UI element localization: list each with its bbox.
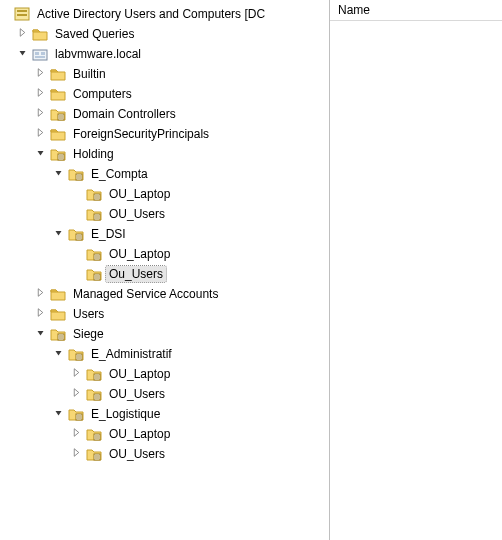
ou-icon	[68, 226, 84, 242]
tree-item-label[interactable]: OU_Users	[106, 386, 168, 402]
ou-icon	[86, 426, 102, 442]
chevron-right-icon[interactable]	[72, 368, 84, 380]
chevron-right-icon[interactable]	[36, 88, 48, 100]
tree-item-label[interactable]: E_Administratif	[88, 346, 175, 362]
ou-icon	[86, 206, 102, 222]
tree-item-label[interactable]: Ou_Users	[106, 266, 166, 282]
chevron-right-icon[interactable]	[72, 428, 84, 440]
ou-icon	[50, 326, 66, 342]
ad-root-icon	[14, 6, 30, 22]
folder-icon	[50, 306, 66, 322]
chevron-right-icon[interactable]	[36, 128, 48, 140]
tree-item-label[interactable]: E_DSI	[88, 226, 129, 242]
chevron-right-icon[interactable]	[36, 68, 48, 80]
chevron-right-icon[interactable]	[18, 28, 30, 40]
tree-pane[interactable]: Active Directory Users and Computers [DC…	[0, 0, 330, 540]
tree-item-label[interactable]: Builtin	[70, 66, 109, 82]
chevron-down-icon[interactable]	[54, 348, 66, 360]
ou-icon	[86, 386, 102, 402]
folder-icon	[50, 286, 66, 302]
ou-icon	[86, 366, 102, 382]
column-header-name[interactable]: Name	[330, 0, 502, 21]
tree-item-label[interactable]: Users	[70, 306, 107, 322]
chevron-down-icon[interactable]	[54, 168, 66, 180]
list-pane[interactable]: Name	[330, 0, 502, 540]
tree-item-label[interactable]: OU_Laptop	[106, 366, 173, 382]
domain-icon	[32, 46, 48, 62]
tree-item-label[interactable]: OU_Users	[106, 446, 168, 462]
tree-item-label[interactable]: Active Directory Users and Computers [DC	[34, 6, 268, 22]
folder-icon	[32, 26, 48, 42]
tree-item-label[interactable]: Holding	[70, 146, 117, 162]
folder-icon	[50, 126, 66, 142]
ou-icon	[86, 186, 102, 202]
chevron-down-icon[interactable]	[36, 328, 48, 340]
chevron-right-icon[interactable]	[36, 288, 48, 300]
ou-icon	[68, 166, 84, 182]
tree-root: Active Directory Users and Computers [DC…	[0, 4, 329, 464]
tree-item-label[interactable]: E_Compta	[88, 166, 151, 182]
ou-icon	[68, 346, 84, 362]
tree-item-label[interactable]: Managed Service Accounts	[70, 286, 221, 302]
tree-item-label[interactable]: OU_Users	[106, 206, 168, 222]
tree-item-label[interactable]: ForeignSecurityPrincipals	[70, 126, 212, 142]
ou-icon	[86, 446, 102, 462]
ou-icon	[86, 246, 102, 262]
chevron-down-icon[interactable]	[36, 148, 48, 160]
tree-item-label[interactable]: Siege	[70, 326, 107, 342]
app-frame: Active Directory Users and Computers [DC…	[0, 0, 502, 540]
tree-item-label[interactable]: OU_Laptop	[106, 246, 173, 262]
tree-item-label[interactable]: OU_Laptop	[106, 426, 173, 442]
ou-icon	[86, 266, 102, 282]
chevron-right-icon[interactable]	[72, 388, 84, 400]
ou-icon	[50, 146, 66, 162]
tree-item-label[interactable]: E_Logistique	[88, 406, 163, 422]
chevron-right-icon[interactable]	[36, 108, 48, 120]
tree-item-label[interactable]: Domain Controllers	[70, 106, 179, 122]
tree-item-label[interactable]: Computers	[70, 86, 135, 102]
folder-icon	[50, 66, 66, 82]
tree-item-label[interactable]: labvmware.local	[52, 46, 144, 62]
chevron-right-icon[interactable]	[36, 308, 48, 320]
chevron-down-icon[interactable]	[18, 48, 30, 60]
ou-icon	[50, 106, 66, 122]
tree-item-label[interactable]: Saved Queries	[52, 26, 137, 42]
tree-item-label[interactable]: OU_Laptop	[106, 186, 173, 202]
chevron-right-icon[interactable]	[72, 448, 84, 460]
ou-icon	[68, 406, 84, 422]
chevron-down-icon[interactable]	[54, 228, 66, 240]
chevron-down-icon[interactable]	[54, 408, 66, 420]
folder-icon	[50, 86, 66, 102]
